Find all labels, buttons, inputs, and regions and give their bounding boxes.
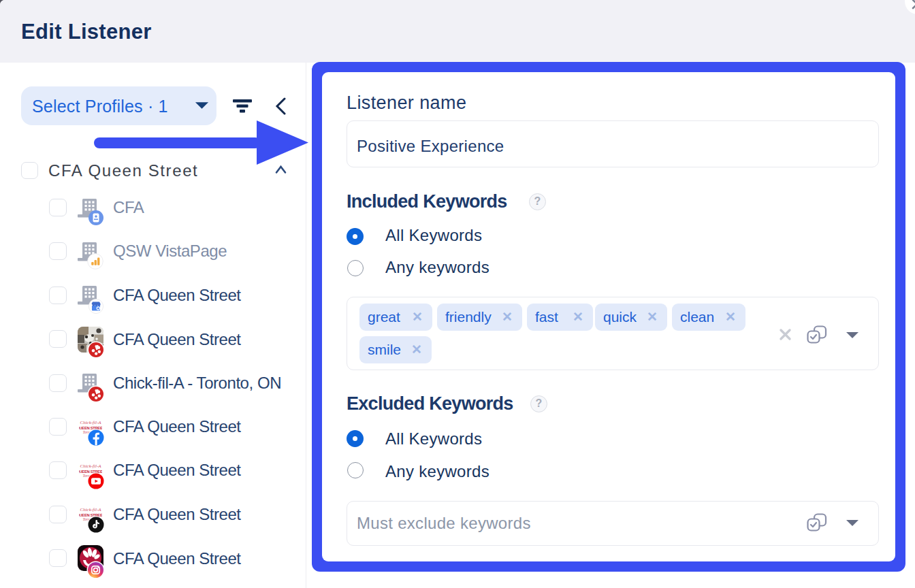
svg-text:Chick-fil-A: Chick-fil-A	[80, 507, 101, 512]
svg-text:Chick-fil-A: Chick-fil-A	[80, 463, 101, 469]
svg-text:Chick-fil-A: Chick-fil-A	[80, 420, 101, 425]
